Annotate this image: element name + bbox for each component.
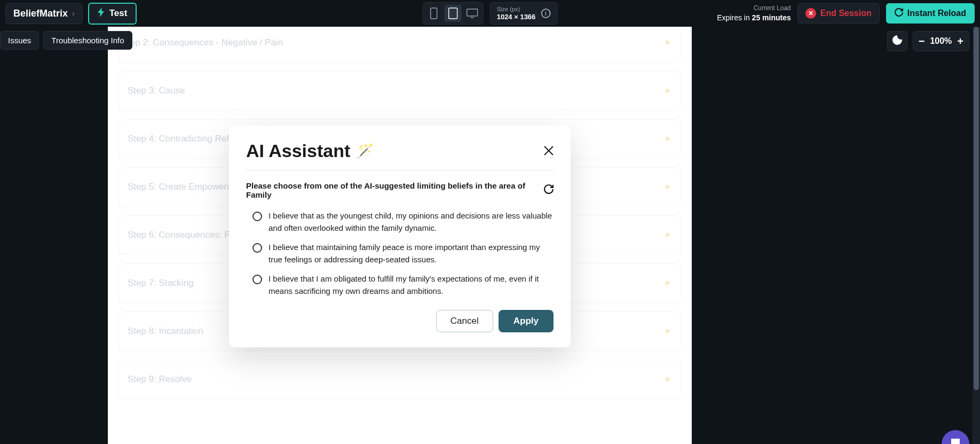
scroll-thumb[interactable] bbox=[974, 27, 979, 390]
preview-viewport: tep 2: Consequences - Negative / Pain ✦ … bbox=[108, 27, 692, 444]
chevron-right-icon: › bbox=[72, 9, 75, 18]
end-session-button[interactable]: ✕ End Session bbox=[797, 3, 880, 24]
svg-rect-0 bbox=[431, 8, 437, 19]
right-controls: − 100% + bbox=[887, 31, 969, 51]
theme-toggle-button[interactable] bbox=[887, 31, 907, 51]
zoom-in-button[interactable]: + bbox=[957, 35, 963, 48]
radio-button[interactable] bbox=[252, 212, 262, 221]
modal-header: AI Assistant 🪄 bbox=[246, 141, 554, 170]
secondary-bar: Issues Troubleshooting Info bbox=[0, 31, 132, 50]
svg-rect-1 bbox=[449, 8, 457, 19]
size-value: 1024 × 1366 bbox=[497, 13, 536, 21]
topbar-right: Current Load Expires in 25 minutes ✕ End… bbox=[717, 3, 975, 24]
reload-label: Instant Reload bbox=[907, 9, 966, 18]
zoom-controls: − 100% + bbox=[913, 31, 969, 51]
topbar-center: Size (px) 1024 × 1366 i bbox=[423, 2, 558, 25]
instant-reload-button[interactable]: Instant Reload bbox=[886, 3, 975, 24]
svg-rect-2 bbox=[467, 9, 478, 16]
test-button[interactable]: Test bbox=[88, 3, 137, 25]
reload-icon bbox=[895, 8, 903, 19]
scrollbar[interactable] bbox=[973, 27, 980, 444]
tab-issues[interactable]: Issues bbox=[0, 31, 39, 50]
zoom-value: 100% bbox=[930, 36, 952, 46]
modal-footer: Cancel Apply bbox=[246, 310, 554, 332]
option-text: I believe that maintaining family peace … bbox=[268, 242, 554, 266]
refresh-button[interactable] bbox=[544, 184, 554, 197]
radio-button[interactable] bbox=[252, 275, 262, 284]
radio-button[interactable] bbox=[252, 243, 262, 253]
load-value: Expires in 25 minutes bbox=[717, 13, 791, 22]
modal-overlay: AI Assistant 🪄 Please choose from one of… bbox=[108, 27, 692, 444]
size-display: Size (px) 1024 × 1366 i bbox=[490, 2, 558, 25]
info-icon[interactable]: i bbox=[541, 9, 550, 18]
topbar: BeliefMatrix › Test Size (px) 1024 × bbox=[0, 0, 980, 27]
load-info: Current Load Expires in 25 minutes bbox=[717, 4, 791, 22]
prompt-text: Please choose from one of the AI-suggest… bbox=[246, 181, 544, 199]
moon-icon bbox=[892, 35, 902, 47]
option-row[interactable]: I believe that maintaining family peace … bbox=[246, 242, 554, 266]
option-row[interactable]: I believe that I am obligated to fulfill… bbox=[246, 273, 554, 297]
topbar-left: BeliefMatrix › Test bbox=[5, 3, 137, 25]
wand-icon: 🪄 bbox=[357, 143, 374, 159]
modal-close-button[interactable] bbox=[544, 144, 554, 159]
size-label: Size (px) bbox=[497, 6, 520, 13]
option-text: I believe that I am obligated to fulfill… bbox=[268, 273, 554, 297]
close-circle-icon: ✕ bbox=[805, 8, 816, 19]
device-tablet-button[interactable] bbox=[445, 5, 462, 22]
option-text: I believe that as the youngest child, my… bbox=[268, 210, 554, 234]
chat-icon bbox=[949, 437, 962, 444]
bolt-icon bbox=[98, 7, 105, 20]
modal-prompt-row: Please choose from one of the AI-suggest… bbox=[246, 181, 554, 199]
brand-button[interactable]: BeliefMatrix › bbox=[5, 3, 83, 24]
zoom-out-button[interactable]: − bbox=[919, 35, 925, 48]
apply-button[interactable]: Apply bbox=[499, 310, 554, 332]
device-desktop-button[interactable] bbox=[464, 5, 481, 22]
cancel-button[interactable]: Cancel bbox=[436, 310, 493, 332]
modal-title: AI Assistant 🪄 bbox=[246, 141, 374, 161]
device-selector bbox=[423, 2, 484, 25]
device-phone-button[interactable] bbox=[425, 5, 442, 22]
test-label: Test bbox=[109, 8, 128, 19]
chat-fab[interactable] bbox=[942, 430, 969, 444]
end-session-label: End Session bbox=[820, 9, 872, 18]
load-label: Current Load bbox=[717, 4, 791, 13]
option-row[interactable]: I believe that as the youngest child, my… bbox=[246, 210, 554, 234]
tab-troubleshooting[interactable]: Troubleshooting Info bbox=[43, 31, 132, 50]
brand-label: BeliefMatrix bbox=[13, 8, 68, 19]
ai-assistant-modal: AI Assistant 🪄 Please choose from one of… bbox=[229, 126, 571, 347]
